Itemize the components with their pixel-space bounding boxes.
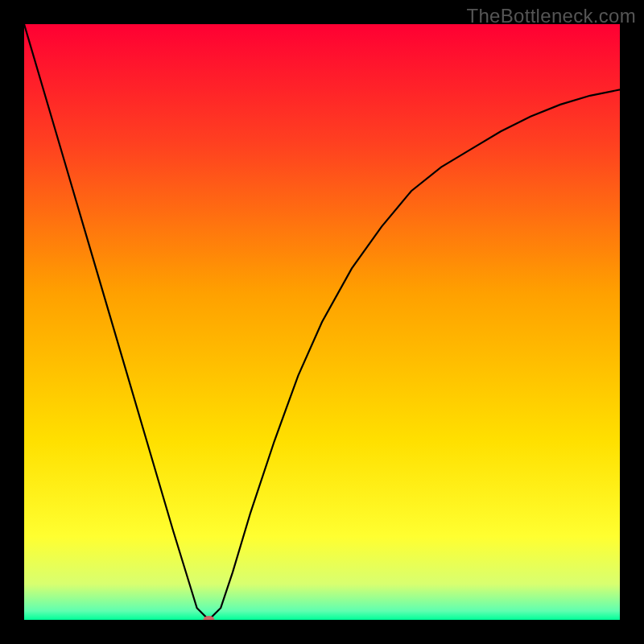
- chart-svg: [24, 24, 620, 620]
- plot-area: [24, 24, 620, 620]
- chart-container: TheBottleneck.com: [0, 0, 644, 644]
